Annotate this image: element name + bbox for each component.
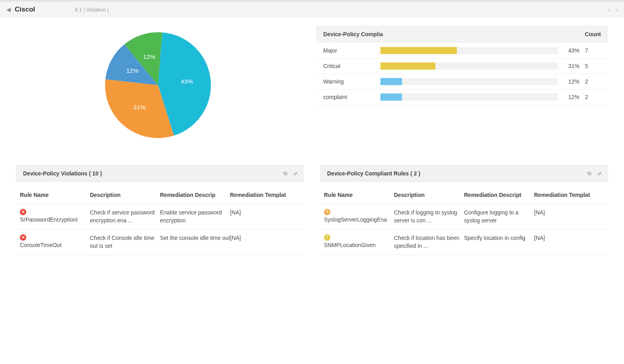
- compliance-label: Critical: [323, 63, 375, 69]
- compliance-label: complaint: [323, 94, 375, 100]
- remediation-template: [NA]: [534, 234, 604, 242]
- critical-icon: ✕: [20, 234, 26, 241]
- remediation-description: Configure logging to a syslog server: [464, 209, 534, 224]
- rule-description: Check if logging to syslog server is con…: [394, 209, 464, 224]
- pie-slice-label: 43%: [181, 78, 193, 85]
- compliance-bar: [380, 78, 558, 85]
- major-icon: !!: [324, 209, 330, 215]
- refresh-icon[interactable]: ↻: [283, 171, 288, 177]
- rule-name: SNMPLocationGiven: [324, 241, 394, 249]
- col-remediation-tmpl: Remediation Templat: [230, 192, 300, 198]
- col-remediation-desc: Remediation Descrip: [160, 192, 230, 198]
- compliant-actions: ↻ ⤢: [587, 171, 602, 177]
- violations-table-head: Rule Name Description Remediation Descri…: [16, 182, 304, 204]
- compliance-label: Warning: [323, 78, 375, 85]
- violations-title: Device-Policy Violations ( 10 ): [23, 170, 102, 177]
- refresh-icon[interactable]: ↻: [587, 171, 592, 177]
- compliance-pct: 12%: [564, 94, 579, 100]
- header-nav: ‹ ›: [608, 5, 618, 14]
- rule-name: ConsoleTimeOut: [20, 241, 90, 249]
- remediation-description: Specify location in config: [464, 234, 534, 242]
- compliance-count: 2: [585, 94, 601, 100]
- remediation-description: Enable service password encryption: [160, 209, 230, 224]
- remediation-template: [NA]: [230, 209, 300, 217]
- critical-icon: ✕: [20, 209, 26, 215]
- violations-actions: ↻ ⤢: [283, 171, 298, 177]
- next-icon[interactable]: ›: [616, 5, 618, 14]
- table-row[interactable]: !! SyslogServerLoggingEna Check if loggi…: [320, 204, 608, 230]
- compliant-table-head: Rule Name Description Remediation Descri…: [320, 182, 608, 204]
- compliant-header: Device-Policy Compliant Rules ( 2 ) ↻ ⤢: [320, 165, 608, 182]
- violations-panel: Device-Policy Violations ( 10 ) ↻ ⤢ Rule…: [16, 165, 304, 255]
- compliance-pct: 31%: [564, 63, 579, 69]
- compliance-count: 7: [585, 47, 601, 54]
- compliance-row[interactable]: Critical 31% 5: [316, 58, 608, 74]
- compliance-header: Device-Policy Complia Count: [316, 25, 608, 43]
- compliance-pct: 12%: [564, 78, 579, 85]
- rule-name: SrPasswordEncryptionI: [20, 216, 90, 224]
- remediation-template: [NA]: [534, 209, 604, 217]
- compliance-table: Device-Policy Complia Count Major 43% 7 …: [316, 25, 608, 141]
- pie-chart: 43%31%12%12%: [16, 25, 300, 141]
- violations-header: Device-Policy Violations ( 10 ) ↻ ⤢: [16, 165, 304, 182]
- table-row[interactable]: ✕ ConsoleTimeOut Check if Console idle t…: [16, 230, 304, 255]
- table-row[interactable]: ✕ SrPasswordEncryptionI Check if service…: [16, 204, 304, 230]
- compliance-label: Major: [323, 47, 375, 54]
- warning-icon: !: [324, 234, 330, 241]
- compliance-count: 2: [585, 78, 601, 85]
- pie-slice-label: 12%: [143, 53, 156, 60]
- rule-description: Check if location has been specified in …: [394, 234, 464, 250]
- compliance-header-right: Count: [585, 31, 601, 37]
- rule-description: Check if Console idle time out is set: [90, 234, 160, 250]
- page-subtitle: 9.1 | Violation |: [75, 7, 109, 13]
- col-rule-name: Rule Name: [324, 192, 394, 198]
- remediation-description: Set the console idle time out: [160, 234, 230, 242]
- rule-name: SyslogServerLoggingEna: [324, 216, 394, 224]
- rule-description: Check if service password encryption ena…: [90, 209, 160, 224]
- col-description: Description: [394, 192, 464, 198]
- expand-icon[interactable]: ⤢: [293, 171, 298, 177]
- compliance-bar: [380, 47, 558, 54]
- col-description: Description: [90, 192, 160, 198]
- compliance-row[interactable]: complaint 12% 2: [316, 90, 608, 105]
- remediation-template: [NA]: [230, 234, 300, 242]
- compliance-row[interactable]: Warning 12% 2: [316, 74, 608, 90]
- col-remediation-desc: Remediation Descript: [464, 192, 534, 198]
- compliance-bar: [380, 93, 558, 101]
- pie-slice-label: 31%: [133, 104, 146, 111]
- compliance-header-left: Device-Policy Complia: [323, 31, 383, 37]
- back-icon[interactable]: ◀: [6, 6, 11, 13]
- col-remediation-tmpl: Remediation Templat: [534, 192, 604, 198]
- expand-icon[interactable]: ⤢: [597, 171, 602, 177]
- table-row[interactable]: ! SNMPLocationGiven Check if location ha…: [320, 230, 608, 255]
- compliance-row[interactable]: Major 43% 7: [316, 43, 608, 58]
- col-rule-name: Rule Name: [20, 192, 90, 198]
- breadcrumb-bar: ◀ CiscoI 9.1 | Violation | ‹ ›: [0, 0, 624, 18]
- pie-slice-label: 12%: [126, 67, 138, 74]
- compliant-panel: Device-Policy Compliant Rules ( 2 ) ↻ ⤢ …: [320, 165, 608, 255]
- page-title: CiscoI: [15, 6, 35, 14]
- compliance-bar: [380, 62, 558, 70]
- compliance-count: 5: [585, 63, 601, 69]
- compliance-pct: 43%: [564, 47, 579, 54]
- prev-icon[interactable]: ‹: [608, 5, 610, 14]
- compliant-title: Device-Policy Compliant Rules ( 2 ): [327, 170, 420, 177]
